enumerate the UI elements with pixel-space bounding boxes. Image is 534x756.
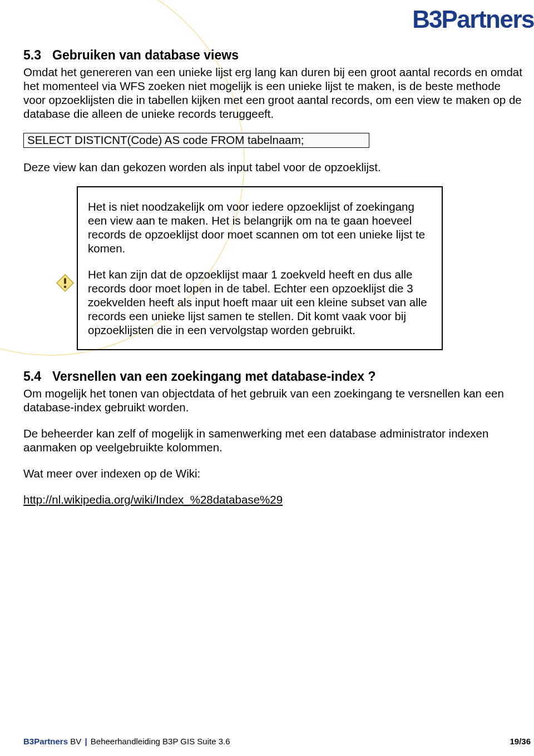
section-title: Gebruiken van database views [52,48,239,63]
section-5-4-paragraph-3: Wat meer over indexen op de Wiki: [23,466,525,480]
svg-point-2 [64,286,67,289]
section-title: Versnellen van een zoekingang met databa… [52,369,376,384]
footer-doc-title: Beheerhandleiding B3P GIS Suite 3.6 [91,737,230,746]
section-5-4-paragraph-2: De beheerder kan zelf of mogelijk in sam… [23,426,525,454]
section-number: 5.4 [23,369,42,384]
sql-code: SELECT DISTICNT(Code) AS code FROM tabel… [27,133,304,146]
section-number: 5.3 [23,48,42,63]
note-paragraph-1: Het is niet noodzakelijk om voor iedere … [88,200,432,255]
wikipedia-link[interactable]: http://nl.wikipedia.org/wiki/Index_%28da… [23,493,283,506]
page-footer: B3Partners BV | Beheerhandleiding B3P GI… [23,737,534,746]
footer-separator: | [81,737,91,746]
sql-code-box: SELECT DISTICNT(Code) AS code FROM tabel… [23,133,369,148]
section-5-3-heading: 5.3 Gebruiken van database views [23,48,525,63]
section-5-3-paragraph-1: Omdat het genereren van een unieke lijst… [23,65,525,121]
footer-page-number: 19/36 [510,737,531,746]
footer-company: B3Partners [23,737,68,746]
note-paragraph-2: Het kan zijn dat de opzoeklijst maar 1 z… [88,267,432,337]
svg-rect-1 [64,278,66,284]
section-5-4-paragraph-1: Om mogelijk het tonen van objectdata of … [23,386,525,414]
note-box: Het is niet noodzakelijk om voor iedere … [77,186,443,350]
section-5-3-paragraph-2: Deze view kan dan gekozen worden als inp… [23,160,525,174]
footer-left: B3Partners BV | Beheerhandleiding B3P GI… [23,737,230,746]
section-5-4-heading: 5.4 Versnellen van een zoekingang met da… [23,369,525,384]
warning-icon [56,273,75,292]
footer-company-suffix: BV [68,737,81,746]
